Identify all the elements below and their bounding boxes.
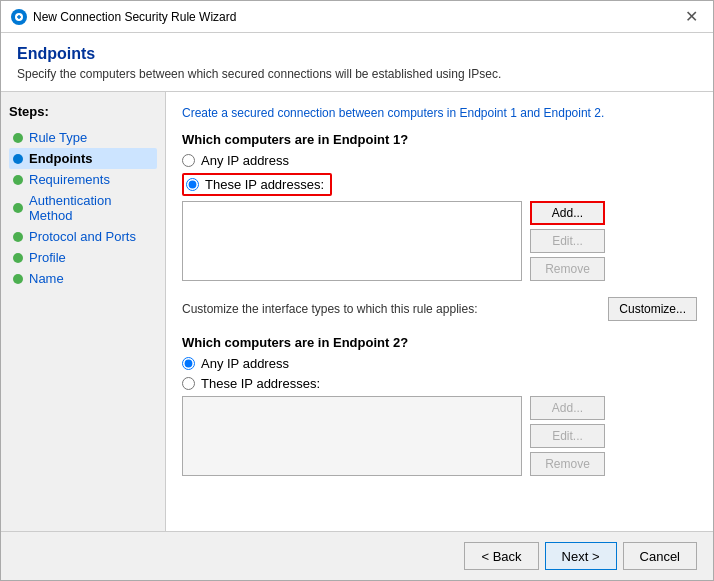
endpoint1-these-label[interactable]: These IP addresses: xyxy=(205,177,324,192)
endpoint2-any-row: Any IP address xyxy=(182,356,697,371)
endpoint1-any-row: Any IP address xyxy=(182,153,697,168)
step-dot xyxy=(13,154,23,164)
endpoint2-remove-button[interactable]: Remove xyxy=(530,452,605,476)
cancel-button[interactable]: Cancel xyxy=(623,542,697,570)
sidebar-item-endpoints[interactable]: Endpoints xyxy=(9,148,157,169)
endpoint2-these-radio[interactable] xyxy=(182,377,195,390)
endpoint1-any-label[interactable]: Any IP address xyxy=(201,153,289,168)
endpoint1-any-radio[interactable] xyxy=(182,154,195,167)
sidebar-item-label: Endpoints xyxy=(29,151,93,166)
endpoint2-title: Which computers are in Endpoint 2? xyxy=(182,335,697,350)
endpoint2-any-radio[interactable] xyxy=(182,357,195,370)
endpoint1-edit-button[interactable]: Edit... xyxy=(530,229,605,253)
page-subtitle: Specify the computers between which secu… xyxy=(17,67,697,81)
endpoint2-list-box xyxy=(182,396,522,476)
customize-button[interactable]: Customize... xyxy=(608,297,697,321)
endpoint1-side-buttons: Add... Edit... Remove xyxy=(530,201,605,281)
info-text: Create a secured connection between comp… xyxy=(182,106,697,120)
sidebar-item-name[interactable]: Name xyxy=(9,268,157,289)
sidebar-item-protocol-ports[interactable]: Protocol and Ports xyxy=(9,226,157,247)
step-dot xyxy=(13,274,23,284)
sidebar-item-label: Protocol and Ports xyxy=(29,229,136,244)
next-button[interactable]: Next > xyxy=(545,542,617,570)
sidebar-item-label: Profile xyxy=(29,250,66,265)
window-header: Endpoints Specify the computers between … xyxy=(1,33,713,92)
endpoint2-these-row: These IP addresses: xyxy=(182,376,697,391)
page-title: Endpoints xyxy=(17,45,697,63)
title-bar: New Connection Security Rule Wizard ✕ xyxy=(1,1,713,33)
step-dot xyxy=(13,232,23,242)
sidebar: Steps: Rule Type Endpoints Requirements … xyxy=(1,92,166,531)
endpoint1-remove-button[interactable]: Remove xyxy=(530,257,605,281)
window-body: Steps: Rule Type Endpoints Requirements … xyxy=(1,92,713,531)
endpoint1-list-box[interactable] xyxy=(182,201,522,281)
endpoint2-side-buttons: Add... Edit... Remove xyxy=(530,396,605,476)
step-dot xyxy=(13,203,23,213)
customize-row: Customize the interface types to which t… xyxy=(182,297,697,321)
endpoint1-these-radio[interactable] xyxy=(186,178,199,191)
endpoint2-any-label[interactable]: Any IP address xyxy=(201,356,289,371)
sidebar-item-profile[interactable]: Profile xyxy=(9,247,157,268)
sidebar-item-rule-type[interactable]: Rule Type xyxy=(9,127,157,148)
sidebar-item-label: Rule Type xyxy=(29,130,87,145)
step-dot xyxy=(13,133,23,143)
sidebar-item-authentication-method[interactable]: Authentication Method xyxy=(9,190,157,226)
customize-text: Customize the interface types to which t… xyxy=(182,302,477,316)
endpoint2-edit-button[interactable]: Edit... xyxy=(530,424,605,448)
endpoint2-list-area: Add... Edit... Remove xyxy=(182,396,697,482)
footer: < Back Next > Cancel xyxy=(1,531,713,580)
endpoint1-add-button[interactable]: Add... xyxy=(530,201,605,225)
endpoint2-these-label[interactable]: These IP addresses: xyxy=(201,376,320,391)
main-content: Create a secured connection between comp… xyxy=(166,92,713,531)
endpoint1-these-row: These IP addresses: xyxy=(182,173,697,196)
step-dot xyxy=(13,253,23,263)
window: New Connection Security Rule Wizard ✕ En… xyxy=(0,0,714,581)
sidebar-item-requirements[interactable]: Requirements xyxy=(9,169,157,190)
sidebar-item-label: Name xyxy=(29,271,64,286)
close-button[interactable]: ✕ xyxy=(679,5,703,29)
endpoint1-these-highlight: These IP addresses: xyxy=(182,173,332,196)
title-bar-text: New Connection Security Rule Wizard xyxy=(33,10,679,24)
endpoint1-list-area: Add... Edit... Remove xyxy=(182,201,697,287)
window-icon xyxy=(11,9,27,25)
step-dot xyxy=(13,175,23,185)
endpoint2-add-button[interactable]: Add... xyxy=(530,396,605,420)
steps-label: Steps: xyxy=(9,104,157,119)
sidebar-item-label: Requirements xyxy=(29,172,110,187)
endpoint1-title: Which computers are in Endpoint 1? xyxy=(182,132,697,147)
sidebar-item-label: Authentication Method xyxy=(29,193,153,223)
back-button[interactable]: < Back xyxy=(464,542,538,570)
